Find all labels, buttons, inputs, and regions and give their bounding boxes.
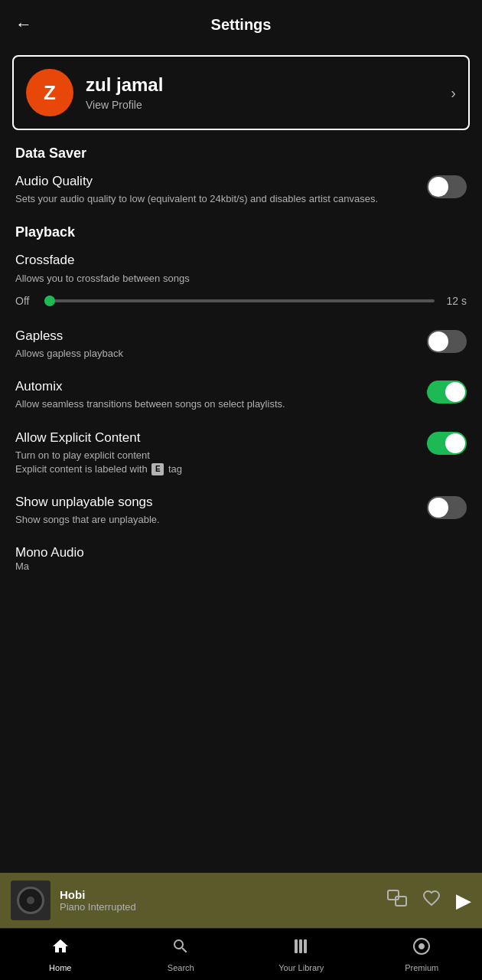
- profile-left: z zul jamal View Profile: [26, 69, 163, 116]
- mono-audio-section: Mono Audio Ma: [15, 545, 467, 694]
- explicit-label: Allow Explicit Content: [15, 430, 415, 446]
- gapless-toggle[interactable]: [427, 330, 467, 353]
- chevron-right-icon: ›: [451, 84, 456, 102]
- now-playing-controls: ▶: [387, 889, 471, 913]
- premium-icon: [412, 937, 431, 960]
- svg-rect-1: [396, 897, 406, 906]
- home-label: Home: [49, 963, 71, 972]
- toggle-knob: [428, 498, 448, 518]
- profile-name: zul jamal: [86, 74, 163, 96]
- search-icon: [171, 937, 190, 960]
- explicit-row: Allow Explicit Content Turn on to play e…: [15, 430, 467, 476]
- mono-audio-label: Mono Audio: [15, 545, 467, 560]
- svg-rect-0: [388, 890, 399, 900]
- profile-info: zul jamal View Profile: [86, 74, 163, 111]
- nav-item-premium[interactable]: Premium: [362, 937, 483, 972]
- settings-content: Data Saver Audio Quality Sets your audio…: [0, 145, 482, 694]
- unplayable-toggle[interactable]: [427, 496, 467, 519]
- svg-rect-4: [304, 939, 307, 953]
- vinyl-icon: [17, 887, 44, 914]
- playback-heading: Playback: [15, 224, 467, 240]
- toggle-knob: [445, 382, 465, 402]
- premium-label: Premium: [405, 963, 438, 972]
- crossfade-slider[interactable]: [44, 299, 435, 302]
- back-button[interactable]: ←: [15, 15, 32, 34]
- explicit-e-badge: E: [151, 463, 164, 475]
- library-label: Your Library: [278, 963, 324, 972]
- explicit-desc-text3: tag: [168, 463, 182, 475]
- toggle-knob: [428, 177, 448, 197]
- crossfade-label: Crossfade: [15, 253, 467, 268]
- svg-rect-3: [299, 939, 302, 953]
- crossfade-section: Crossfade Allows you to crossfade betwee…: [15, 253, 467, 307]
- svg-rect-2: [295, 939, 298, 953]
- slider-off-label: Off: [15, 295, 37, 307]
- settings-header: ← Settings: [0, 0, 482, 49]
- automix-label: Automix: [15, 379, 415, 394]
- nav-item-library[interactable]: Your Library: [241, 937, 362, 972]
- data-saver-heading: Data Saver: [15, 145, 467, 162]
- explicit-desc-text2: Explicit content is labeled with: [15, 463, 150, 475]
- connect-device-icon[interactable]: [387, 890, 407, 911]
- play-button[interactable]: ▶: [456, 889, 471, 913]
- avatar: z: [26, 69, 73, 116]
- view-profile-label: View Profile: [86, 99, 163, 111]
- now-playing-artist: Piano Interrupted: [60, 901, 378, 913]
- search-label: Search: [168, 963, 194, 972]
- nav-item-search[interactable]: Search: [121, 937, 242, 972]
- toggle-knob: [445, 433, 465, 453]
- crossfade-desc: Allows you to crossfade between songs: [15, 273, 467, 284]
- now-playing-info: Hobi Piano Interrupted: [60, 888, 378, 913]
- audio-quality-label: Audio Quality: [15, 174, 415, 189]
- toggle-knob: [428, 332, 448, 351]
- audio-quality-desc: Sets your audio quality to low (equivale…: [15, 192, 415, 206]
- page-title: Settings: [211, 16, 272, 34]
- gapless-row: Gapless Allows gapless playback: [15, 328, 467, 361]
- now-playing-thumbnail: [11, 880, 50, 920]
- profile-card[interactable]: z zul jamal View Profile ›: [12, 55, 470, 130]
- audio-quality-row: Audio Quality Sets your audio quality to…: [15, 174, 467, 206]
- crossfade-slider-row: Off 12 s: [15, 295, 467, 307]
- automix-desc: Allow seamless transitions between songs…: [15, 397, 415, 411]
- slider-max-label: 12 s: [442, 295, 467, 307]
- slider-thumb[interactable]: [44, 296, 55, 306]
- nav-item-home[interactable]: Home: [0, 937, 121, 972]
- automix-toggle[interactable]: [427, 381, 467, 403]
- audio-quality-toggle[interactable]: [427, 175, 467, 198]
- unplayable-desc: Show songs that are unplayable.: [15, 513, 415, 527]
- now-playing-title: Hobi: [60, 888, 378, 901]
- now-playing-bar[interactable]: Hobi Piano Interrupted ▶: [0, 873, 482, 928]
- explicit-desc-text1: Turn on to play explicit content: [15, 449, 150, 461]
- like-icon[interactable]: [422, 890, 441, 911]
- bottom-navigation: Home Search Your Library Premium: [0, 928, 482, 980]
- gapless-desc: Allows gapless playback: [15, 347, 415, 361]
- unplayable-row: Show unplayable songs Show songs that ar…: [15, 495, 467, 527]
- explicit-toggle[interactable]: [427, 432, 467, 455]
- vinyl-center: [27, 897, 34, 904]
- unplayable-label: Show unplayable songs: [15, 495, 415, 510]
- home-icon: [51, 937, 70, 960]
- library-icon: [292, 937, 311, 960]
- mono-audio-desc: Ma: [15, 560, 467, 572]
- automix-row: Automix Allow seamless transitions betwe…: [15, 379, 467, 411]
- gapless-label: Gapless: [15, 328, 415, 344]
- explicit-desc: Turn on to play explicit content Explici…: [15, 449, 415, 476]
